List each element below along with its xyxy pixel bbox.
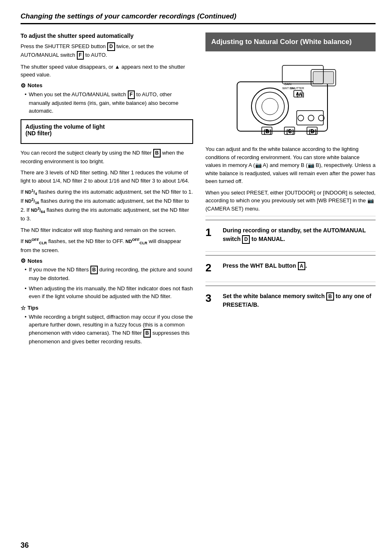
shutter-speed-title: To adjust the shutter speed automaticall… [21,32,193,39]
nd-filter-title: Adjusting the volume of light(ND filter) [25,123,188,137]
nd-note-1: If you move the ND filters B during reco… [25,266,193,282]
shutter-speed-body1: Press the SHUTTER SPEED button D twice, … [21,42,193,60]
nd-body3: If ND1/4 flashes during the iris automat… [21,188,193,222]
nd2-badge: ND2/16 [25,197,39,206]
step-3: 3 Set the white balance memory switch B … [205,285,376,314]
step-1: 1 During recording or standby, set the A… [205,220,376,248]
shutter-speed-section: To adjust the shutter speed automaticall… [21,32,193,115]
button-b3: B [143,329,151,338]
tips-list: While recording a bright subject, diffra… [21,313,193,345]
notes-list-1: When you set the AUTO/MANUAL switch F to… [21,90,193,115]
step-1-text: During recording or standby, set the AUT… [223,226,376,244]
button-f: F [77,51,84,60]
nd-body2: There are 3 levels of ND filter setting.… [21,169,193,185]
step-2-number: 2 [205,262,218,274]
svg-point-2 [256,92,284,121]
svg-text:GAIN: GAIN [284,83,291,86]
button-f2: F [128,90,135,99]
tips-header: Tips [21,305,193,311]
shutter-speed-body2: The shutter speed value disappears, or ▲… [21,63,193,79]
svg-rect-7 [297,111,323,125]
button-d-step1: D [242,235,250,244]
button-d: D [107,42,115,51]
button-a-step2: A [298,262,306,271]
ndoff-badge2: NDOFFCLR [125,237,147,246]
nd-notes-list: If you move the ND filters B during reco… [21,266,193,300]
two-column-layout: To adjust the shutter speed automaticall… [21,32,376,350]
wb-body1: You can adjust and fix the white balance… [205,145,376,185]
tip-1: While recording a bright subject, diffra… [25,313,193,345]
ndoff-badge1: NDOFFCLR [25,237,47,246]
nd-body4: The ND filter indicator will stop flashi… [21,226,193,234]
svg-point-1 [251,88,288,125]
page-title: Changing the settings of your camcorder … [21,12,376,24]
divider-3 [205,282,376,282]
nd3-badge: ND3/64 [31,206,45,215]
nd-filter-section: Adjusting the volume of light(ND filter) [21,119,193,144]
wb-body2: When you select PRESET, either [OUTDOOR]… [205,189,376,213]
button-b1: B [153,149,161,157]
note-item: When you set the AUTO/MANUAL switch F to… [25,90,193,115]
nd-note-2: When adjusting the iris manually, the ND… [25,285,193,301]
svg-point-12 [298,115,304,121]
camera-diagram: [A] [B] [C] [D] WHT BAL SHUTTER GAIN [233,57,348,139]
page-number: 36 [21,541,29,550]
nd-body1: You can record the subject clearly by us… [21,149,193,165]
svg-text:SHUTTER: SHUTTER [291,87,304,90]
svg-text:B: B [265,128,269,133]
nd1-badge: ND1/4 [25,188,37,197]
button-b-step3: B [326,292,334,301]
page: Changing the settings of your camcorder … [0,0,392,558]
svg-text:A: A [296,91,299,96]
step-2-text: Press the WHT BAL button A. [223,262,376,271]
white-balance-header: Adjusting to Natural Color (White balanc… [205,32,376,51]
divider-2 [205,251,376,252]
svg-text:D: D [311,128,314,133]
divider-1 [205,216,376,216]
left-column: To adjust the shutter speed automaticall… [21,32,193,350]
nd-body5: If NDOFFCLR flashes, set the ND filter t… [21,237,193,254]
step-3-text: Set the white balance memory switch B to… [223,292,376,310]
step-3-number: 3 [205,292,218,305]
svg-point-13 [308,115,314,121]
button-b2: B [90,266,98,274]
step-1-number: 1 [205,226,218,239]
right-column: Adjusting to Natural Color (White balanc… [205,32,376,350]
svg-point-3 [262,98,278,115]
notes-header-2: Notes [21,257,193,264]
step-2: 2 Press the WHT BAL button A. [205,255,376,278]
notes-header-1: Notes [21,82,193,89]
svg-text:C: C [288,128,291,133]
